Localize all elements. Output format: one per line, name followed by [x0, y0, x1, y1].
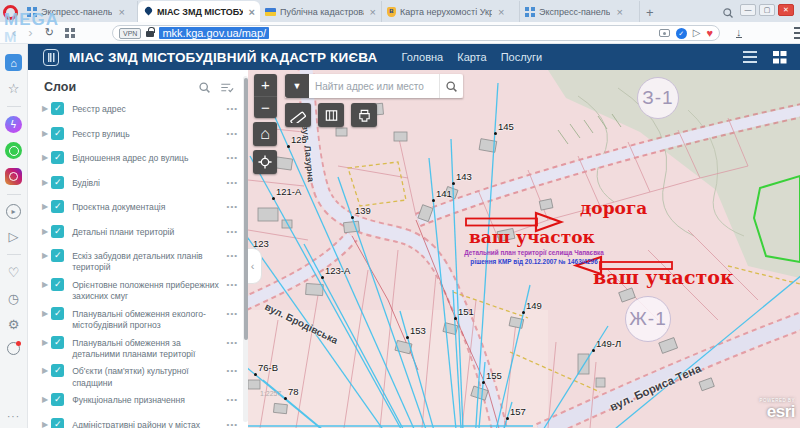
layer-menu-icon[interactable]: •••: [227, 364, 238, 375]
tab-close-icon[interactable]: ×: [370, 6, 376, 18]
map-search-button[interactable]: [439, 74, 463, 98]
expand-caret-icon[interactable]: ▶: [42, 366, 48, 375]
speed-dial-home-icon[interactable]: ⌂: [5, 54, 22, 71]
legend-list-icon[interactable]: [743, 56, 757, 58]
minimize-button[interactable]: —: [740, 4, 756, 16]
whatsapp-icon[interactable]: [5, 142, 22, 159]
easy-setup-bulb-icon[interactable]: [7, 342, 20, 355]
tab-close-icon[interactable]: ×: [498, 6, 504, 18]
new-tab-button[interactable]: +: [640, 5, 660, 20]
heart-icon[interactable]: ♡: [5, 264, 22, 281]
downloads-icon[interactable]: ↓: [736, 27, 742, 38]
vpn-badge[interactable]: VPN: [119, 28, 141, 39]
tab-search-icon[interactable]: [722, 7, 734, 19]
nav-link-1[interactable]: Карта: [457, 51, 486, 63]
home-extent-button[interactable]: ⌂: [253, 122, 277, 146]
speed-dial-button[interactable]: [65, 28, 75, 38]
layer-checkbox[interactable]: ✓: [51, 225, 64, 238]
zoom-in-button[interactable]: +: [254, 74, 277, 96]
expand-caret-icon[interactable]: ▶: [42, 309, 48, 318]
tab-close-icon[interactable]: ×: [616, 6, 622, 18]
layer-checkbox[interactable]: ✓: [51, 176, 64, 189]
browser-tab-0[interactable]: Экспресс-панель×: [22, 1, 138, 22]
zoom-out-button[interactable]: −: [254, 96, 277, 118]
expand-caret-icon[interactable]: ▶: [42, 251, 48, 260]
history-clock-icon[interactable]: ◷: [5, 290, 22, 307]
map-viewport[interactable]: 125121-А139141143145123123-А76-В78153151…: [248, 70, 800, 428]
layer-menu-icon[interactable]: •••: [227, 151, 238, 162]
layer-menu-icon[interactable]: •••: [227, 200, 238, 211]
verified-badge-icon[interactable]: ✓: [676, 28, 687, 39]
my-flow-icon[interactable]: ▷: [5, 228, 22, 245]
layer-checkbox[interactable]: ✓: [51, 102, 64, 115]
measure-ruler-button[interactable]: [285, 103, 311, 127]
back-button[interactable]: ‹: [12, 26, 16, 39]
panel-collapse-button[interactable]: ‹: [248, 248, 262, 284]
browser-tab-4[interactable]: Экспресс-панель×: [520, 1, 640, 22]
overview-map-button[interactable]: [318, 103, 344, 127]
address-bar[interactable]: VPN mkk.kga.gov.ua/map/ ✓ ▷ ♥: [112, 25, 720, 41]
snapshot-icon[interactable]: [659, 29, 670, 37]
url-text[interactable]: mkk.kga.gov.ua/map/: [159, 27, 269, 39]
layer-checkbox[interactable]: ✓: [51, 249, 64, 262]
layer-menu-icon[interactable]: •••: [227, 127, 238, 138]
browser-tab-1[interactable]: МІАС ЗМД МІСТОБУДІВНИЙ×: [138, 1, 260, 22]
map-search-input[interactable]: [309, 74, 439, 98]
bookmark-heart-icon[interactable]: ♥: [706, 28, 713, 39]
expand-caret-icon[interactable]: ▶: [42, 153, 48, 162]
search-dropdown-button[interactable]: ▼: [285, 74, 309, 98]
layer-menu-icon[interactable]: •••: [227, 278, 238, 289]
layer-menu-icon[interactable]: •••: [227, 336, 238, 347]
scrollbar-thumb[interactable]: [244, 78, 248, 340]
layer-checkbox[interactable]: ✓: [51, 418, 64, 428]
locate-button[interactable]: [253, 150, 277, 174]
nav-link-0[interactable]: Головна: [401, 51, 443, 63]
settings-gear-icon[interactable]: ⚙: [5, 316, 22, 333]
layer-checkbox[interactable]: ✓: [51, 364, 64, 377]
layers-filter-icon[interactable]: [220, 81, 234, 94]
reload-button[interactable]: ↻: [45, 27, 54, 38]
layer-checkbox[interactable]: ✓: [51, 307, 64, 320]
maximize-button[interactable]: ▢: [759, 4, 775, 16]
layer-menu-icon[interactable]: •••: [227, 225, 238, 236]
layer-checkbox[interactable]: ✓: [51, 336, 64, 349]
layer-checkbox[interactable]: ✓: [51, 393, 64, 406]
browser-tab-2[interactable]: Публічна кадастрова карта×: [260, 1, 382, 22]
print-button[interactable]: [351, 103, 377, 127]
tab-close-icon[interactable]: ×: [249, 6, 255, 18]
layer-checkbox[interactable]: ✓: [51, 200, 64, 213]
expand-caret-icon[interactable]: ▶: [42, 178, 48, 187]
send-to-flow-icon[interactable]: ▷: [693, 28, 701, 38]
expand-caret-icon[interactable]: ▶: [42, 338, 48, 347]
layer-menu-icon[interactable]: •••: [227, 307, 238, 318]
expand-caret-icon[interactable]: ▶: [42, 202, 48, 211]
expand-caret-icon[interactable]: ▶: [42, 420, 48, 428]
expand-caret-icon[interactable]: ▶: [42, 280, 48, 289]
close-window-button[interactable]: ✕: [778, 4, 794, 16]
player-icon[interactable]: ▸: [6, 204, 21, 219]
nav-link-2[interactable]: Послуги: [501, 51, 543, 63]
opera-logo-icon[interactable]: [3, 5, 18, 20]
layers-search-icon[interactable]: [198, 81, 211, 94]
browser-tab-3[interactable]: BКарта нерухомості України×: [382, 1, 520, 22]
forward-button[interactable]: ›: [28, 26, 32, 39]
layer-checkbox[interactable]: ✓: [51, 127, 64, 140]
layer-checkbox[interactable]: ✓: [51, 151, 64, 164]
layer-menu-icon[interactable]: •••: [227, 393, 238, 404]
sidebar-more-icon[interactable]: ···: [7, 411, 20, 422]
expand-caret-icon[interactable]: ▶: [42, 227, 48, 236]
instagram-icon[interactable]: [5, 168, 22, 185]
layer-menu-icon[interactable]: •••: [227, 176, 238, 187]
layer-menu-icon[interactable]: •••: [227, 249, 238, 260]
layer-menu-icon[interactable]: •••: [227, 418, 238, 428]
bookmarks-star-icon[interactable]: ☆: [5, 80, 22, 97]
expand-caret-icon[interactable]: ▶: [42, 104, 48, 113]
easy-setup-icon[interactable]: [794, 32, 800, 34]
expand-caret-icon[interactable]: ▶: [42, 129, 48, 138]
expand-caret-icon[interactable]: ▶: [42, 395, 48, 404]
apps-grid-icon[interactable]: [773, 51, 786, 64]
messenger-icon[interactable]: ϟ: [5, 116, 22, 133]
tab-close-icon[interactable]: ×: [118, 6, 124, 18]
layer-checkbox[interactable]: ✓: [51, 278, 64, 291]
layer-menu-icon[interactable]: •••: [227, 102, 238, 113]
